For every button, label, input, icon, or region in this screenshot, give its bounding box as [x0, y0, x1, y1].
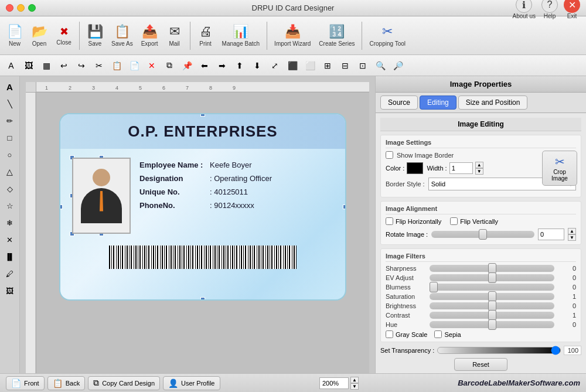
- handle-bl[interactable]: [59, 297, 63, 301]
- toolbar2-grid2[interactable]: ⊟: [337, 57, 353, 74]
- toolbar-manage-batch[interactable]: 📊 Manage Batch: [219, 22, 264, 49]
- toolbar-saveas[interactable]: 📋 Save As: [108, 22, 137, 49]
- toolbar2-up[interactable]: ⬆: [231, 57, 248, 74]
- toolbar2-ratio[interactable]: ⊡: [355, 57, 371, 74]
- tool-star[interactable]: ☆: [2, 198, 18, 213]
- back-button[interactable]: 📋 Back: [47, 376, 85, 390]
- width-spinner[interactable]: ▲ ▼: [475, 162, 483, 175]
- toolbar2-undo[interactable]: ↩: [56, 57, 72, 74]
- tool-ellipse[interactable]: ○: [2, 147, 18, 162]
- front-button[interactable]: 📄 Front: [6, 376, 45, 390]
- tool-pen[interactable]: 🖊: [2, 266, 18, 281]
- handle-bm[interactable]: [200, 297, 205, 301]
- toolbar2-select[interactable]: A: [3, 57, 19, 74]
- toolbar2-copy[interactable]: 📋: [108, 57, 125, 74]
- handle-tr[interactable]: [343, 113, 346, 117]
- toolbar2-image[interactable]: 🖼: [21, 57, 37, 74]
- zoom-down[interactable]: ▼: [350, 383, 359, 390]
- crop-image-button[interactable]: ✂ CropImage: [542, 151, 577, 186]
- toolbar2-front[interactable]: ⬛: [284, 57, 301, 74]
- toolbar2-copy2[interactable]: ⧉: [161, 57, 178, 74]
- handle-mr[interactable]: [343, 204, 346, 209]
- tab-size-position[interactable]: Size and Position: [458, 96, 528, 110]
- about-button[interactable]: ℹ About us: [513, 0, 536, 19]
- show-border-checkbox[interactable]: [386, 151, 393, 159]
- tool-barcode[interactable]: ▐▌: [2, 249, 18, 264]
- tool-line[interactable]: ╲: [2, 96, 18, 111]
- transparency-slider[interactable]: [437, 347, 561, 354]
- ev-slider[interactable]: [430, 274, 554, 281]
- help-button[interactable]: ? Help: [541, 0, 558, 19]
- rotate-slider[interactable]: [431, 231, 534, 238]
- toolbar-close[interactable]: ✖ Close: [52, 23, 76, 48]
- rotate-up[interactable]: ▲: [568, 228, 576, 234]
- toolbar2-redo[interactable]: ↪: [73, 57, 90, 74]
- tool-cross[interactable]: ✕: [2, 232, 18, 247]
- close-window-button[interactable]: [6, 4, 13, 12]
- toolbar-save[interactable]: 💾 Save: [83, 22, 107, 49]
- tool-diamond[interactable]: ◇: [2, 181, 18, 196]
- tool-triangle[interactable]: △: [2, 164, 18, 179]
- zoom-spinner[interactable]: ▲ ▼: [350, 377, 359, 390]
- zoom-input[interactable]: [319, 377, 349, 389]
- handle-tm[interactable]: [200, 113, 205, 117]
- toolbar-open[interactable]: 📂 Open: [28, 22, 51, 49]
- tool-snowflake[interactable]: ❄: [2, 215, 18, 230]
- user-profile-button[interactable]: 👤 User Profile: [163, 376, 220, 390]
- copy-card-button[interactable]: ⧉ Copy Card Design: [88, 376, 160, 390]
- toolbar-cropping-tool[interactable]: ✂ Cropping Tool: [366, 22, 409, 49]
- rotate-spinner[interactable]: ▲ ▼: [568, 228, 576, 241]
- toolbar2-move[interactable]: ⤢: [267, 57, 283, 74]
- toolbar2-down[interactable]: ⬇: [249, 57, 265, 74]
- width-up[interactable]: ▲: [475, 162, 483, 168]
- toolbar-print[interactable]: 🖨 Print: [194, 22, 217, 49]
- minimize-window-button[interactable]: [17, 4, 25, 12]
- saturation-slider[interactable]: [430, 293, 554, 300]
- exit-button[interactable]: ✕ Exit: [564, 0, 580, 19]
- brightness-slider[interactable]: [430, 302, 554, 309]
- tab-editing[interactable]: Editing: [420, 96, 456, 110]
- toolbar2-zoomout[interactable]: 🔎: [390, 57, 406, 74]
- card-canvas[interactable]: O.P. ENTERPRISES: [36, 93, 369, 373]
- tool-pencil[interactable]: ✏: [2, 113, 18, 128]
- toolbar2-grid[interactable]: ⊞: [319, 57, 336, 74]
- contrast-slider[interactable]: [430, 312, 554, 319]
- tab-source[interactable]: Source: [380, 96, 418, 110]
- rotate-down[interactable]: ▼: [568, 234, 576, 241]
- sepia-checkbox[interactable]: [434, 330, 442, 338]
- width-down[interactable]: ▼: [475, 168, 483, 175]
- maximize-window-button[interactable]: [28, 4, 36, 12]
- hue-slider[interactable]: [430, 321, 554, 328]
- toolbar2-zoomin[interactable]: 🔍: [372, 57, 389, 74]
- toolbar-export[interactable]: 📤 Export: [138, 22, 162, 49]
- tool-image[interactable]: 🖼: [2, 283, 18, 298]
- toolbar-create-series[interactable]: 🔢 Create Series: [315, 22, 358, 49]
- tool-rect[interactable]: □: [2, 130, 18, 145]
- flip-h-checkbox[interactable]: [386, 217, 393, 225]
- toolbar2-delete[interactable]: ✕: [144, 57, 160, 74]
- width-input[interactable]: [449, 162, 473, 174]
- toolbar-new[interactable]: 📄 New: [3, 22, 26, 49]
- flip-v-checkbox[interactable]: [450, 217, 458, 225]
- toolbar-import-wizard[interactable]: 📥 Import Wizard: [271, 22, 314, 49]
- toolbar2-right[interactable]: ➡: [214, 57, 230, 74]
- color-picker[interactable]: [407, 162, 423, 174]
- zoom-up[interactable]: ▲: [350, 377, 359, 383]
- reset-button[interactable]: Reset: [454, 358, 507, 371]
- handle-ml[interactable]: [59, 204, 63, 209]
- toolbar2-cut[interactable]: ✂: [91, 57, 107, 74]
- canvas-area[interactable]: 1 2 3 4 5 6 7 8 9: [20, 76, 375, 373]
- toolbar2-back[interactable]: ⬜: [302, 57, 318, 74]
- toolbar-mail[interactable]: ✉ Mail: [163, 22, 186, 49]
- toolbar2-left[interactable]: ⬅: [196, 57, 213, 74]
- handle-tl[interactable]: [59, 113, 63, 117]
- toolbar2-barcode[interactable]: ▦: [38, 57, 54, 74]
- grayscale-checkbox[interactable]: [386, 330, 393, 338]
- toolbar2-paste2[interactable]: 📌: [179, 57, 195, 74]
- toolbar2-paste[interactable]: 📄: [126, 57, 142, 74]
- sharpness-slider[interactable]: [430, 265, 554, 272]
- blurness-slider[interactable]: [430, 284, 554, 291]
- rotate-input[interactable]: [538, 229, 564, 240]
- handle-br[interactable]: [343, 297, 346, 301]
- tool-text[interactable]: A: [2, 79, 18, 94]
